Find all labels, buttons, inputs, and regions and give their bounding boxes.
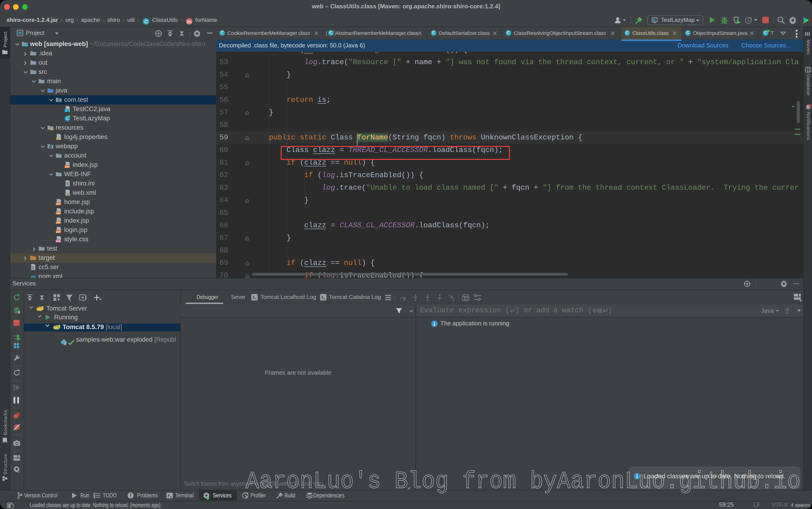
svg-text:<>: <> <box>65 192 69 196</box>
svg-text:J: J <box>65 109 66 112</box>
svg-text:m: m <box>31 273 36 278</box>
svg-text:JSP: JSP <box>56 231 61 233</box>
svg-text:JSP: JSP <box>56 212 61 214</box>
svg-text:CSS: CSS <box>56 240 61 242</box>
svg-text:JSP: JSP <box>65 166 69 168</box>
svg-text:JSP: JSP <box>56 203 61 205</box>
svg-text:JSP: JSP <box>56 221 61 224</box>
